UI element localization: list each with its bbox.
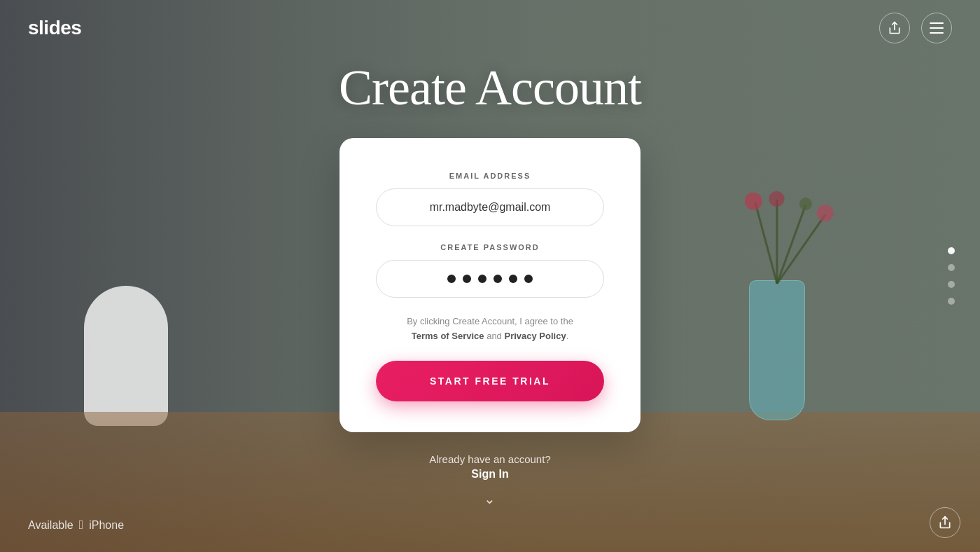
password-label: CREATE PASSWORD [376,243,604,251]
password-dot-2 [463,275,471,283]
below-card: Already have an account? Sign In ⌄ [429,453,550,507]
terms-and: and [486,331,502,341]
navbar: slides [0,0,980,56]
password-input[interactable] [376,260,604,298]
bottom-share-button[interactable] [930,507,960,538]
terms-text: By clicking Create Account, I agree to t… [376,315,604,344]
bottom-left-info: Available  iPhone [28,518,124,532]
side-dot-2[interactable] [948,264,955,271]
side-dot-1[interactable] [948,247,955,254]
privacy-policy-link[interactable]: Privacy Policy [504,331,566,341]
password-dot-1 [447,275,456,283]
apple-icon:  [79,518,84,532]
terms-prefix: By clicking Create Account, I agree to t… [407,316,573,326]
side-dot-4[interactable] [948,298,955,305]
terms-of-service-link[interactable]: Terms of Service [412,331,484,341]
email-input[interactable] [376,188,604,226]
signup-card: EMAIL ADDRESS CREATE PASSWORD By clickin… [340,138,640,432]
page-title: Create Account [339,59,641,117]
available-text: Available [28,519,74,532]
start-trial-button[interactable]: START FREE TRIAL [376,361,604,401]
share-icon [888,21,902,35]
bottom-right-actions [930,507,960,538]
main-content: Create Account EMAIL ADDRESS CREATE PASS… [0,0,980,552]
side-dot-3[interactable] [948,281,955,288]
password-dot-6 [524,275,533,283]
platform-text: iPhone [89,519,124,532]
email-field-group: EMAIL ADDRESS [376,172,604,226]
hamburger-icon [930,22,944,34]
nav-actions [879,13,952,43]
scroll-down-icon[interactable]: ⌄ [482,490,498,507]
password-dot-5 [509,275,517,283]
menu-button[interactable] [921,13,952,43]
password-dot-3 [478,275,486,283]
terms-period: . [566,331,569,341]
bottom-share-icon [938,516,952,530]
password-dot-4 [493,275,502,283]
logo: slides [28,17,81,39]
sign-in-link[interactable]: Sign In [471,468,508,480]
already-have-account-text: Already have an account? [429,453,550,465]
email-label: EMAIL ADDRESS [376,172,604,180]
side-navigation-dots [948,247,955,305]
share-button[interactable] [879,13,910,43]
password-field-group: CREATE PASSWORD [376,243,604,298]
